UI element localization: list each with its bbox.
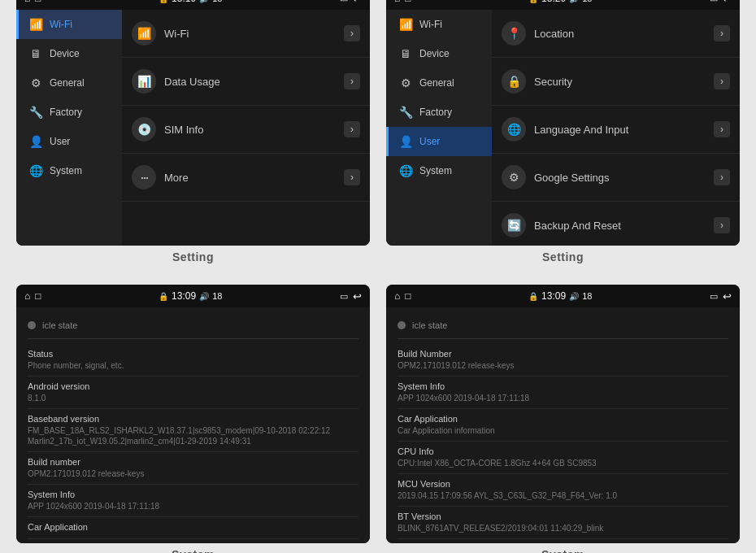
sys3-baseband-value: FM_BASE_18A_RLS2_ISHARKL2_W18.37.1|sc985… bbox=[28, 425, 358, 446]
wifi-arrow[interactable]: › bbox=[344, 25, 360, 41]
vehicle3-text: icle state bbox=[42, 320, 77, 330]
menu1-more[interactable]: ··· More › bbox=[122, 154, 370, 202]
apps3-icon[interactable]: □ bbox=[35, 290, 41, 302]
statusbar2: ⌂ □ 🔒 18:20 🔊 18 ▭ ↩ bbox=[386, 0, 740, 10]
google-arrow[interactable]: › bbox=[714, 169, 730, 185]
apps2-icon[interactable]: □ bbox=[405, 0, 411, 4]
menu2-backup[interactable]: 🔄 Backup And Reset › bbox=[492, 202, 740, 246]
sys4-mcu-value: 2019.04.15 17:09:56 AYL_S3_C63L_G32_P48_… bbox=[398, 490, 728, 501]
sys4-bt-label: BT Version bbox=[398, 512, 728, 521]
screen-icon[interactable]: ▭ bbox=[340, 0, 348, 4]
sidebar1-item-device[interactable]: 🖥 Device bbox=[16, 39, 122, 68]
sys3-build: Build number OPM2.171019.012 release-key… bbox=[28, 452, 358, 485]
more-arrow[interactable]: › bbox=[344, 169, 360, 185]
panel2: ⌂ □ 🔒 18:20 🔊 18 ▭ ↩ 📶 W bbox=[386, 0, 740, 246]
time2: 18:20 bbox=[541, 0, 566, 4]
sidebar1-item-system[interactable]: 🌐 System bbox=[16, 156, 122, 185]
sidebar1-item-general[interactable]: ⚙ General bbox=[16, 68, 122, 98]
sys4-bt-value: BLINK_8761ATV_RELEASE2/2019:04:01 11:40:… bbox=[398, 523, 728, 533]
settings2-content: 📶 Wi-Fi 🖥 Device ⚙ General 🔧 Factory bbox=[386, 10, 740, 246]
wifi-menu-icon: 📶 bbox=[132, 21, 156, 46]
time4: 13:09 bbox=[541, 290, 566, 302]
sidebar2-item-general[interactable]: ⚙ General bbox=[386, 68, 492, 98]
more-menu-icon: ··· bbox=[132, 165, 156, 189]
sidebar2-system-label: System bbox=[419, 165, 452, 176]
sys3-baseband-label: Baseband version bbox=[28, 414, 358, 424]
sys3-carapp-label: Car Application bbox=[28, 522, 358, 532]
menu2-security[interactable]: 🔒 Security › bbox=[492, 58, 740, 106]
sb4-left: ⌂ □ bbox=[394, 290, 411, 302]
sidebar2-item-device[interactable]: 🖥 Device bbox=[386, 39, 492, 68]
home3-icon[interactable]: ⌂ bbox=[24, 290, 30, 302]
apps-icon[interactable]: □ bbox=[35, 0, 41, 4]
menu2-language[interactable]: 🌐 Language And Input › bbox=[492, 106, 740, 154]
back-icon[interactable]: ↩ bbox=[353, 0, 362, 5]
sys4-build: Build Number OPM2.171019.012 release-key… bbox=[398, 344, 728, 377]
sb3-left: ⌂ □ bbox=[24, 290, 41, 302]
datausage-menu-icon: 📊 bbox=[132, 69, 156, 94]
user-icon: 👤 bbox=[28, 135, 43, 148]
datausage-arrow[interactable]: › bbox=[344, 73, 360, 89]
menu2-google[interactable]: ⚙ Google Settings › bbox=[492, 154, 740, 202]
home4-icon[interactable]: ⌂ bbox=[394, 290, 400, 302]
sys4-cpu-label: CPU Info bbox=[398, 446, 728, 456]
sidebar2: 📶 Wi-Fi 🖥 Device ⚙ General 🔧 Factory bbox=[386, 10, 492, 246]
sidebar1-item-factory[interactable]: 🔧 Factory bbox=[16, 98, 122, 127]
sys3-status: Status Phone number, signal, etc. bbox=[28, 344, 358, 377]
sys3-sysinfo: System Info APP 1024x600 2019-04-18 17:1… bbox=[28, 485, 358, 517]
screen3-icon[interactable]: ▭ bbox=[340, 291, 348, 302]
back2-icon[interactable]: ↩ bbox=[723, 0, 732, 5]
bottom-row: ⌂ □ 🔒 13:09 🔊 18 ▭ ↩ icle state bbox=[16, 285, 740, 553]
sidebar1-item-wifi[interactable]: 📶 Wi-Fi bbox=[16, 10, 122, 39]
sys3-status-label: Status bbox=[28, 349, 358, 359]
sidebar1-system-label: System bbox=[50, 165, 82, 176]
user2-icon: 👤 bbox=[398, 135, 413, 148]
menu1-siminfo[interactable]: 💿 SIM Info › bbox=[122, 106, 370, 154]
sys3-android-label: Android version bbox=[28, 381, 358, 391]
sb3-right: ▭ ↩ bbox=[340, 290, 362, 303]
sidebar2-item-wifi[interactable]: 📶 Wi-Fi bbox=[386, 10, 492, 39]
menu1-datausage[interactable]: 📊 Data Usage › bbox=[122, 58, 370, 106]
sidebar2-device-label: Device bbox=[419, 48, 450, 59]
siminfo-menu-icon: 💿 bbox=[132, 117, 156, 142]
sys4-sysinfo-label: System Info bbox=[398, 381, 728, 391]
language-menu-icon: 🌐 bbox=[502, 117, 526, 142]
vehicle4-state: icle state bbox=[398, 316, 728, 339]
sb1-center: 🔒 18:19 🔊 18 bbox=[159, 0, 222, 4]
home2-icon[interactable]: ⌂ bbox=[394, 0, 400, 4]
sys3-carapp: Car Application bbox=[28, 517, 358, 539]
menu1-wifi[interactable]: 📶 Wi-Fi › bbox=[122, 10, 370, 58]
location-arrow[interactable]: › bbox=[714, 25, 730, 41]
back3-icon[interactable]: ↩ bbox=[353, 290, 362, 303]
main2-content: 📍 Location › 🔒 Security › 🌐 Language And… bbox=[492, 10, 740, 246]
statusbar4: ⌂ □ 🔒 13:09 🔊 18 ▭ ↩ bbox=[386, 285, 740, 307]
sidebar2-item-system[interactable]: 🌐 System bbox=[386, 156, 492, 185]
security-arrow[interactable]: › bbox=[714, 73, 730, 89]
statusbar1: ⌂ □ 🔒 18:19 🔊 18 ▭ ↩ bbox=[16, 0, 370, 10]
home-icon[interactable]: ⌂ bbox=[24, 0, 30, 4]
backup-arrow[interactable]: › bbox=[714, 217, 730, 233]
panel3: ⌂ □ 🔒 13:09 🔊 18 ▭ ↩ icle state bbox=[16, 285, 370, 543]
menu2-location[interactable]: 📍 Location › bbox=[492, 10, 740, 58]
battery3: 18 bbox=[212, 291, 222, 301]
device-icon: 🖥 bbox=[28, 47, 43, 60]
apps4-icon[interactable]: □ bbox=[405, 290, 411, 302]
screen2-icon[interactable]: ▭ bbox=[710, 0, 718, 4]
battery1: 18 bbox=[212, 0, 222, 3]
sb1-left: ⌂ □ bbox=[24, 0, 41, 4]
sidebar2-item-factory[interactable]: 🔧 Factory bbox=[386, 98, 492, 127]
language-arrow[interactable]: › bbox=[714, 121, 730, 137]
back4-icon[interactable]: ↩ bbox=[723, 290, 732, 303]
volume4-icon: 🔊 bbox=[569, 292, 579, 301]
siminfo-arrow[interactable]: › bbox=[344, 121, 360, 137]
sidebar1-item-user[interactable]: 👤 User bbox=[16, 127, 122, 156]
factory2-icon: 🔧 bbox=[398, 106, 413, 119]
vehicle3-dot bbox=[28, 321, 36, 329]
sidebar2-item-user[interactable]: 👤 User bbox=[386, 127, 492, 156]
screen4-icon[interactable]: ▭ bbox=[710, 291, 718, 302]
wifi-icon: 📶 bbox=[28, 18, 43, 31]
time3: 13:09 bbox=[172, 290, 196, 302]
sys3-android-value: 8.1.0 bbox=[28, 393, 358, 403]
top-row: ⌂ □ 🔒 18:19 🔊 18 ▭ ↩ 📶 bbox=[16, 0, 740, 268]
sys4-carapp-label: Car Application bbox=[398, 414, 728, 424]
